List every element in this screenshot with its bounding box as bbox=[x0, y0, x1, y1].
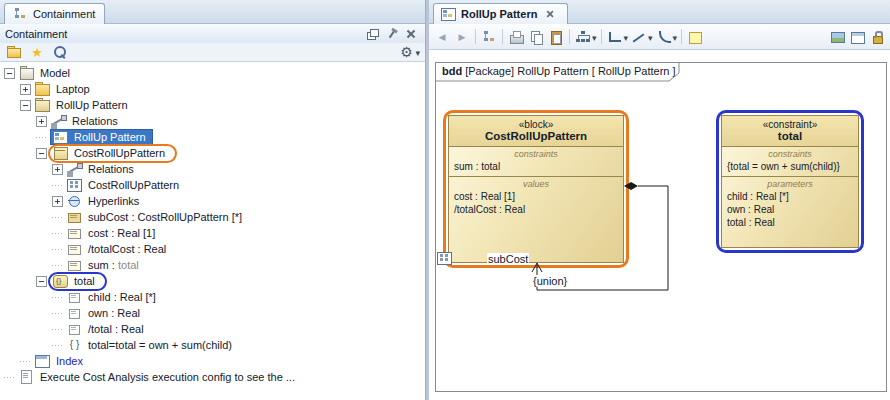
favorites-icon[interactable] bbox=[27, 42, 47, 62]
index-icon bbox=[34, 354, 51, 368]
containment-toolbar bbox=[0, 43, 425, 62]
dropdown-caret-icon bbox=[415, 46, 420, 58]
copy-icon bbox=[527, 28, 545, 46]
tree-item[interactable]: { }total=total = own + sum(child) bbox=[0, 337, 425, 353]
tree-guide-line bbox=[52, 244, 63, 255]
tree-item[interactable]: total bbox=[0, 273, 425, 289]
shapes-icon[interactable] bbox=[827, 27, 847, 47]
lock-icon bbox=[868, 28, 886, 46]
feature-item: /totalCost : Real bbox=[449, 203, 623, 216]
block-costrolluppattern[interactable]: «block» CostRollUpPattern constraintssum… bbox=[448, 115, 624, 263]
tree-item[interactable]: sum : total bbox=[0, 257, 425, 273]
layout-icon[interactable] bbox=[573, 27, 598, 47]
restore-icon[interactable] bbox=[363, 24, 380, 44]
tree-expander-plus[interactable] bbox=[52, 164, 63, 175]
tree-item[interactable]: CostRollUpPattern bbox=[0, 145, 425, 161]
path-style-icon[interactable] bbox=[605, 27, 630, 47]
toolbar-separator bbox=[681, 29, 682, 44]
curve-style-icon[interactable] bbox=[654, 27, 679, 47]
braces-icon: { } bbox=[66, 338, 83, 352]
panel-header: Containment bbox=[0, 24, 425, 43]
settings-icon[interactable] bbox=[396, 42, 421, 62]
lock-icon[interactable] bbox=[867, 27, 887, 47]
tree-item[interactable]: Relations bbox=[0, 113, 425, 129]
compartment-constraints: constraintssum : total bbox=[449, 147, 623, 177]
note-icon[interactable] bbox=[685, 27, 705, 47]
arrow-right-icon bbox=[453, 28, 471, 46]
print-icon[interactable] bbox=[506, 27, 526, 47]
tree-item-label: Model bbox=[38, 67, 72, 79]
tab-rollup-pattern[interactable]: RollUp Pattern bbox=[433, 3, 568, 24]
value-icon bbox=[66, 258, 83, 272]
tree-item[interactable]: /total : Real bbox=[0, 321, 425, 337]
print-icon bbox=[507, 28, 525, 46]
tab-containment[interactable]: Containment bbox=[4, 3, 105, 24]
paste-icon[interactable] bbox=[546, 27, 566, 47]
tree-item[interactable]: RollUp Pattern bbox=[0, 129, 425, 145]
relations-icon bbox=[66, 162, 83, 176]
table-icon bbox=[848, 28, 866, 46]
block-stereotype: «block» bbox=[451, 119, 621, 130]
tree-item-label: RollUp Pattern bbox=[72, 131, 148, 143]
open-diagram-icon[interactable] bbox=[4, 42, 24, 62]
tree-item-label: Execute Cost Analysis execution config t… bbox=[38, 371, 297, 383]
block-name: CostRollUpPattern bbox=[451, 130, 621, 142]
tree-item[interactable]: child : Real [*] bbox=[0, 289, 425, 305]
association-union-label[interactable]: {union} bbox=[532, 275, 568, 287]
feature-item: sum : total bbox=[449, 160, 623, 173]
tree-item[interactable]: Index bbox=[0, 353, 425, 369]
tree-item[interactable]: Relations bbox=[0, 161, 425, 177]
tree-item[interactable]: subCost : CostRollUpPattern [*] bbox=[0, 209, 425, 225]
tree-expander-minus[interactable] bbox=[20, 100, 31, 111]
tree-item-label: Relations bbox=[86, 163, 136, 175]
tree-item[interactable]: Model bbox=[0, 65, 425, 81]
tree-expander-plus[interactable] bbox=[20, 84, 31, 95]
package-icon bbox=[34, 98, 51, 112]
feature-item: {total = own + sum(child)} bbox=[722, 160, 858, 173]
table-icon[interactable] bbox=[847, 27, 867, 47]
tree-item[interactable]: Laptop bbox=[0, 81, 425, 97]
close-icon[interactable] bbox=[403, 24, 420, 44]
tree-item[interactable]: CostRollUpPattern bbox=[0, 177, 425, 193]
tree-item[interactable]: RollUp Pattern bbox=[0, 97, 425, 113]
diagram-canvas[interactable]: bdd [Package] RollUp Pattern [ RollUp Pa… bbox=[429, 50, 890, 400]
toolbar-separator bbox=[601, 29, 602, 44]
line-style-icon[interactable] bbox=[629, 27, 654, 47]
association-end-label[interactable]: subCost bbox=[487, 253, 529, 265]
tree-item[interactable]: Execute Cost Analysis execution config t… bbox=[0, 369, 425, 385]
part-icon bbox=[66, 210, 83, 224]
containment-tree: ModelLaptopRollUp PatternRelationsRollUp… bbox=[0, 62, 425, 400]
search-icon[interactable] bbox=[50, 42, 70, 62]
tree-item[interactable]: /totalCost : Real bbox=[0, 241, 425, 257]
tree-guide-line bbox=[52, 180, 63, 191]
tree-item[interactable]: Hyperlinks bbox=[0, 193, 425, 209]
tree-expander-minus[interactable] bbox=[36, 276, 47, 287]
copy-icon[interactable] bbox=[526, 27, 546, 47]
feature-item: total : Real bbox=[722, 216, 858, 229]
compartment-label: values bbox=[449, 177, 623, 190]
constraint-total[interactable]: «constraint» total constraints{total = o… bbox=[721, 115, 859, 248]
tab-close-icon[interactable] bbox=[545, 8, 557, 19]
pin-icon[interactable] bbox=[383, 24, 400, 44]
feature-item: child : Real [*] bbox=[722, 190, 858, 203]
tree-item[interactable]: own : Real bbox=[0, 305, 425, 321]
tree-expander-minus[interactable] bbox=[36, 148, 47, 159]
dropdown-caret-icon bbox=[673, 31, 678, 43]
forward-icon[interactable] bbox=[452, 27, 472, 47]
tree-item[interactable]: cost : Real [1] bbox=[0, 225, 425, 241]
tree-item-label: own : Real bbox=[86, 307, 142, 319]
tree-guide-line bbox=[52, 260, 63, 271]
tree-item-label: Relations bbox=[70, 115, 120, 127]
hyperlink-icon bbox=[66, 194, 83, 208]
tree-guide-line bbox=[52, 308, 63, 319]
back-icon[interactable] bbox=[432, 27, 452, 47]
block-icon bbox=[52, 146, 69, 160]
tree-item-label: total bbox=[72, 275, 97, 287]
tree-expander-plus[interactable] bbox=[52, 196, 63, 207]
structure-icon[interactable] bbox=[436, 251, 453, 265]
tree-expander-minus[interactable] bbox=[4, 68, 15, 79]
tree-item-label: RollUp Pattern bbox=[54, 99, 130, 111]
tree-expander-plus[interactable] bbox=[36, 116, 47, 127]
gear-icon bbox=[397, 43, 415, 61]
select-in-containment-tree-icon[interactable] bbox=[479, 27, 499, 47]
